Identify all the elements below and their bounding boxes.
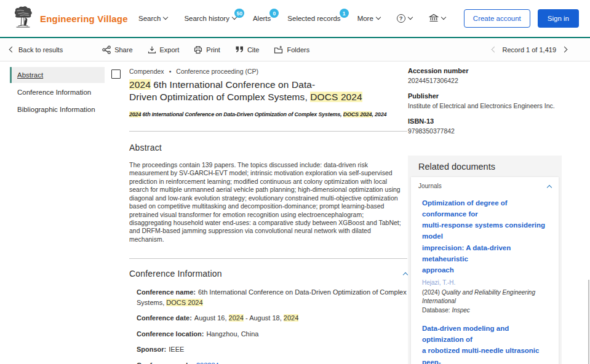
meta-label: Accession number (408, 67, 586, 74)
related-documents-heading: Related documents (418, 162, 562, 172)
related-document-source: (2024) Quality and Reliability Engineeri… (422, 288, 551, 306)
database-row: Compendex • Conference proceeding (CP) (129, 68, 407, 75)
isbn-link[interactable]: 9798350377842 (408, 127, 586, 135)
meta-label: ISBN-13 (408, 117, 586, 125)
related-document-title-link[interactable]: Optimization of degree of conformance fo… (422, 197, 551, 275)
main-area: Abstract Conference Information Bibliogr… (0, 61, 590, 363)
print-button[interactable]: Print (194, 46, 220, 54)
back-to-results-link[interactable]: Back to results (10, 46, 63, 53)
nav-search-history-label: Search history (184, 15, 229, 22)
chevron-left-icon (9, 47, 15, 53)
record-position: Record 1 of 1,419 (503, 46, 556, 53)
document-type: Conference proceeding (CP) (176, 68, 258, 75)
nav-selected-records-label: Selected records (287, 15, 340, 22)
previous-record-icon[interactable] (491, 47, 497, 53)
record-content: Compendex • Conference proceeding (CP) 2… (105, 61, 590, 363)
brand-name: Engineering Village (40, 14, 128, 24)
collapse-section-icon[interactable] (403, 272, 408, 277)
download-icon (148, 46, 156, 54)
chevron-down-icon (163, 15, 168, 20)
select-record-checkbox[interactable] (111, 69, 121, 79)
sponsor-field: Sponsor:IEEE (137, 344, 407, 355)
journals-group-label: Journals (418, 183, 442, 189)
abstract-heading: Abstract (129, 143, 407, 152)
related-document-item: Optimization of degree of conformance fo… (417, 197, 552, 315)
record-citation: 2024 6th International Conference on Dat… (129, 111, 407, 117)
cite-button[interactable]: Cite (235, 46, 260, 53)
share-button[interactable]: Share (102, 46, 132, 54)
institution-icon (429, 14, 439, 23)
field-value: IEEE (169, 346, 184, 353)
conference-code-field: Conference code:203284 (137, 360, 407, 364)
selected-records-count-badge: 1 (340, 9, 349, 18)
related-documents-panel: Related documents Journals Optimization … (408, 156, 562, 364)
cite-label: Cite (247, 46, 260, 53)
conference-information-header: Conference Information (129, 269, 407, 279)
sidebar-item-bibliographic-information[interactable]: Bibliographic Information (10, 101, 105, 117)
nav-alerts[interactable]: Alerts 0 (253, 15, 271, 22)
quote-icon (235, 46, 244, 53)
nav-search-history[interactable]: Search history 50 (184, 15, 236, 22)
nav-more[interactable]: More (357, 15, 380, 22)
create-account-button[interactable]: Create account (464, 9, 530, 28)
folders-label: Folders (287, 46, 309, 53)
page-scrollbar[interactable] (588, 280, 589, 364)
print-label: Print (206, 46, 220, 53)
publisher-group: Publisher Institute of Electrical and El… (408, 92, 586, 109)
accession-number-value: 20244517306422 (408, 77, 586, 84)
field-value: Hangzhou, China (206, 330, 258, 338)
search-history-count-badge: 50 (234, 9, 244, 18)
app-header: Engineering Village Search Search histor… (0, 0, 590, 38)
auth-buttons: Create account Sign in (464, 9, 579, 28)
conference-date-field: Conference date:August 16, 2024 - August… (137, 313, 407, 323)
record-main-column: Compendex • Conference proceeding (CP) 2… (129, 68, 407, 364)
next-record-icon[interactable] (562, 47, 568, 53)
field-label: Conference code: (137, 362, 194, 364)
collapse-group-icon (547, 184, 552, 189)
database-name: Compendex (129, 68, 164, 75)
help-icon: ? (397, 14, 405, 23)
elsevier-tree-logo-icon (11, 6, 34, 31)
sidebar-item-abstract[interactable]: Abstract (10, 67, 105, 83)
brand-home-link[interactable]: Engineering Village (11, 6, 128, 31)
related-documents-card: Journals Optimization of degree of confo… (411, 177, 559, 364)
isbn-group: ISBN-13 9798350377842 (408, 117, 586, 135)
export-button[interactable]: Export (148, 46, 180, 54)
conference-fields: Conference name:6th International Confer… (129, 287, 407, 364)
nav-help[interactable]: ? (397, 14, 412, 23)
chevron-down-icon (408, 15, 413, 20)
journals-group-toggle[interactable]: Journals (417, 183, 552, 189)
conference-name-field: Conference name:6th International Confer… (137, 287, 407, 307)
export-label: Export (160, 46, 180, 53)
sign-in-button[interactable]: Sign in (538, 9, 579, 28)
related-document-authors[interactable]: Hejazi, T.-H. (422, 277, 551, 288)
chevron-down-icon (441, 15, 446, 20)
related-document-title-link[interactable]: Data-driven modeling and optimization of… (422, 323, 551, 364)
section-sidebar: Abstract Conference Information Bibliogr… (0, 61, 105, 363)
nav-alerts-label: Alerts (253, 15, 271, 22)
nav-institution[interactable] (429, 14, 445, 23)
record-pager: Record 1 of 1,419 (492, 46, 567, 53)
back-to-results-label: Back to results (18, 46, 63, 53)
conference-information-heading: Conference Information (129, 269, 222, 279)
folder-plus-icon (274, 46, 283, 54)
sidebar-item-conference-information[interactable]: Conference Information (10, 84, 105, 100)
alerts-count-badge: 0 (269, 9, 279, 18)
meta-label: Publisher (408, 92, 586, 100)
abstract-text: The proceedings contain 139 papers. The … (129, 161, 407, 243)
top-nav: Search Search history 50 Alerts 0 Select… (138, 14, 445, 23)
nav-selected-records[interactable]: Selected records 1 (287, 15, 340, 22)
field-value: August 16, 2024 - August 18, 2024 (194, 314, 298, 322)
publisher-value: Institute of Electrical and Electronics … (408, 102, 586, 109)
field-label: Conference location: (137, 330, 204, 338)
publication-year: (2024) (422, 289, 440, 296)
nav-search[interactable]: Search (138, 15, 167, 22)
share-icon (102, 46, 111, 54)
accession-number-group: Accession number 20244517306422 (408, 67, 586, 84)
record-meta-column: Accession number 20244517306422 Publishe… (408, 67, 586, 143)
database-name: Inspec (452, 307, 469, 314)
folders-button[interactable]: Folders (274, 46, 309, 54)
field-label: Conference name: (137, 288, 196, 296)
conference-code-link[interactable]: 203284 (196, 362, 219, 364)
database-label: Database: (422, 307, 450, 314)
